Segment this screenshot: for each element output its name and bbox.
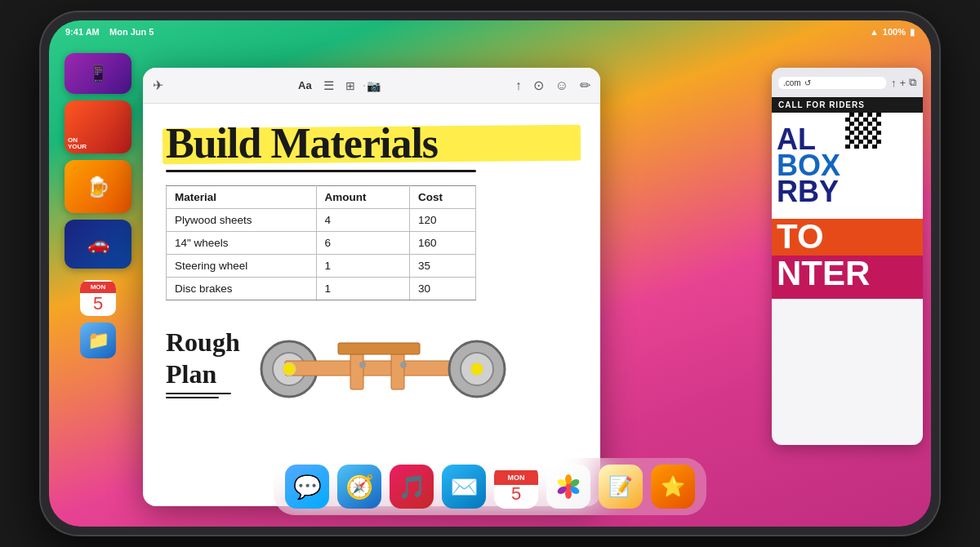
emoji-icon[interactable]: ☺ [555, 78, 568, 93]
material-2: 14" wheels [167, 232, 317, 255]
mail-icon: ✉️ [450, 474, 479, 500]
table-row: Plywood sheets 4 120 [167, 209, 476, 232]
battery-bar: ▮ [910, 27, 915, 38]
dock-music[interactable]: 🎵 [390, 465, 434, 509]
status-time-date: 9:41 AM Mon Jun 5 [65, 27, 154, 37]
ipad-device: 9:41 AM Mon Jun 5 ▲ 100% ▮ 📱 ON [41, 12, 939, 535]
derby-call-text: CALL FOR RIDERS [772, 97, 923, 113]
camera-icon[interactable]: 📷 [367, 79, 381, 92]
photos-icon [554, 472, 583, 501]
derby-poster: CALL FOR RIDERS AL BOX RBY TO [772, 97, 923, 299]
material-1: Plywood sheets [167, 209, 317, 232]
sidebar-calendar-icon[interactable]: MON 5 [80, 280, 116, 316]
amount-1: 4 [316, 209, 409, 232]
pin-icon[interactable]: ✈ [153, 78, 163, 93]
rough-plan-label: RoughPlan [166, 327, 240, 398]
cost-1: 120 [409, 209, 475, 232]
messages-icon: 💬 [293, 474, 322, 500]
battery-icon: 100% [883, 27, 906, 37]
featured-app-icon: ⭐ [661, 475, 685, 498]
svg-point-13 [470, 362, 483, 376]
browser-panel[interactable]: .com ↺ ↑ + ⧉ CALL FOR RIDERS AL [772, 68, 923, 445]
table-row: 14" wheels 6 160 [167, 232, 476, 255]
rough-plan-underlines [166, 393, 240, 398]
ipad-screen: 9:41 AM Mon Jun 5 ▲ 100% ▮ 📱 ON [49, 20, 931, 527]
derby-rby-text: RBY [777, 179, 840, 205]
checklist-icon[interactable]: ☰ [323, 78, 334, 93]
material-3: Steering wheel [167, 255, 317, 278]
table-row: Steering wheel 1 35 [167, 255, 476, 278]
cart-illustration [256, 320, 577, 405]
notes-icon: 📝 [608, 475, 633, 498]
browser-add-icon[interactable]: + [899, 77, 906, 89]
table-row: Disc brakes 1 30 [167, 278, 476, 300]
amount-2: 6 [316, 232, 409, 255]
cart-svg [256, 320, 510, 402]
dock-safari[interactable]: 🧭 [337, 465, 381, 509]
note-title: Build Materials [166, 120, 577, 167]
dock: 💬 🧭 🎵 ✉️ MON 5 [274, 458, 706, 515]
status-bar: 9:41 AM Mon Jun 5 ▲ 100% ▮ [49, 20, 931, 43]
svg-rect-6 [338, 343, 420, 354]
dock-notes[interactable]: 📝 [599, 465, 643, 509]
cost-3: 35 [409, 255, 475, 278]
notes-title-section: Build Materials [166, 120, 577, 172]
edit-icon[interactable]: ✏ [580, 78, 590, 93]
title-underline [166, 170, 476, 172]
dock-featured-app[interactable]: ⭐ [651, 465, 695, 509]
col-header-cost: Cost [409, 186, 475, 209]
multitasking-sidebar: 📱 ONYOUR 🍺 🚗 MON [57, 43, 139, 445]
calendar-month-label: MON [508, 474, 525, 482]
calendar-day: 5 [511, 485, 521, 503]
search-icon[interactable]: ⊙ [533, 78, 544, 93]
browser-tabs-icon[interactable]: ⧉ [909, 76, 916, 89]
col-header-material: Material [167, 186, 317, 209]
sidebar-app-preview-2[interactable]: ONYOUR [65, 100, 131, 153]
status-date: Mon Jun 5 [109, 27, 154, 37]
wallpaper: 9:41 AM Mon Jun 5 ▲ 100% ▮ 📱 ON [49, 20, 931, 527]
sidebar-app-preview-4[interactable]: 🚗 [65, 220, 131, 269]
svg-point-8 [400, 362, 407, 368]
svg-point-7 [359, 362, 366, 368]
table-icon[interactable]: ⊞ [345, 79, 355, 92]
cost-2: 160 [409, 232, 475, 255]
reload-icon[interactable]: ↺ [804, 78, 811, 87]
dock-messages[interactable]: 💬 [285, 465, 329, 509]
col-header-amount: Amount [316, 186, 409, 209]
browser-url-text: .com [783, 78, 801, 87]
notes-window[interactable]: ··· ✈ Aa ☰ ⊞ 📷 ↑ ⊙ ☺ ✏ [143, 68, 600, 506]
sidebar-files-icon[interactable]: 📁 [80, 322, 116, 358]
sidebar-app-preview-1[interactable]: 📱 [65, 53, 131, 94]
dock-mail[interactable]: ✉️ [442, 465, 486, 509]
dock-calendar[interactable]: MON 5 [494, 465, 538, 509]
music-icon: 🎵 [398, 474, 426, 500]
notes-toolbar-left: ✈ [153, 78, 163, 93]
dock-photos[interactable] [546, 465, 590, 509]
notes-content: Build Materials Material Amount Cost [143, 104, 600, 506]
safari-icon: 🧭 [345, 474, 374, 500]
share-icon[interactable]: ↑ [515, 78, 522, 93]
browser-actions: ↑ + ⧉ [891, 76, 916, 89]
material-4: Disc brakes [167, 278, 317, 300]
derby-nter-text: NTER [777, 259, 918, 289]
wifi-icon: ▲ [870, 27, 879, 37]
rough-plan-text: RoughPlan [166, 327, 240, 389]
notes-toolbar-right: ↑ ⊙ ☺ ✏ [515, 78, 590, 93]
checkered-flag [845, 113, 881, 149]
cost-4: 30 [409, 278, 475, 300]
status-time: 9:41 AM [65, 27, 100, 37]
text-format-icon[interactable]: Aa [298, 79, 312, 91]
browser-toolbar: .com ↺ ↑ + ⧉ [772, 68, 923, 97]
notes-toolbar: ··· ✈ Aa ☰ ⊞ 📷 ↑ ⊙ ☺ ✏ [143, 68, 600, 104]
amount-3: 1 [316, 255, 409, 278]
browser-share-icon[interactable]: ↑ [891, 77, 897, 89]
amount-4: 1 [316, 278, 409, 300]
browser-url-bar[interactable]: .com ↺ [778, 77, 886, 89]
materials-table: Material Amount Cost Plywood sheets 4 12… [166, 185, 476, 300]
status-indicators: ▲ 100% ▮ [870, 27, 915, 38]
rough-plan-section: RoughPlan [166, 320, 577, 405]
derby-into-text: TO [777, 222, 918, 252]
sidebar-app-preview-3[interactable]: 🍺 [65, 160, 131, 213]
svg-point-9 [283, 362, 296, 376]
